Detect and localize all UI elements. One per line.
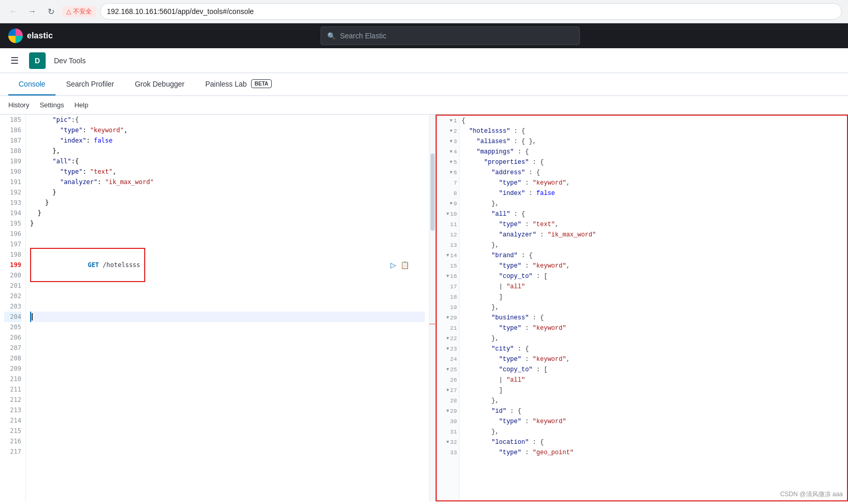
code-line-209 — [30, 363, 425, 374]
resp-line-15: "type" : "keyword", — [462, 261, 845, 271]
resp-line-22: }, — [462, 333, 845, 344]
toolbar: History Settings Help — [0, 96, 848, 115]
line-numbers: 185 186 187 188 189 190 191 192 193 194 … — [0, 115, 26, 501]
browser-chrome: ← → ↻ △ 不安全 192.168.10.161:5601/app/dev_… — [0, 0, 848, 23]
resp-line-1: { — [462, 116, 845, 126]
hamburger-menu[interactable]: ☰ — [8, 53, 21, 68]
code-line-186: "type": "keyword", — [30, 125, 425, 135]
back-button[interactable]: ← — [6, 4, 21, 19]
code-line-193: } — [30, 198, 425, 208]
fold-arrow-5[interactable]: ▼ — [450, 157, 452, 167]
kibana-search-placeholder: Search Elastic — [340, 32, 386, 40]
elastic-logo[interactable]: elastic — [8, 29, 53, 43]
code-line-201 — [30, 281, 425, 291]
settings-button[interactable]: Settings — [39, 99, 64, 111]
code-line-204[interactable] — [30, 312, 425, 322]
fold-arrow-29[interactable]: ▼ — [446, 406, 449, 416]
address-text: 192.168.10.161:5601/app/dev_tools#/conso… — [107, 7, 835, 16]
browser-toolbar: ← → ↻ △ 不安全 192.168.10.161:5601/app/dev_… — [0, 0, 848, 23]
code-line-188: }, — [30, 146, 425, 156]
code-area[interactable]: "pic":{ "type": "keyword", "index": fals… — [26, 115, 429, 501]
fold-arrow-2[interactable]: ▼ — [450, 126, 452, 136]
resp-line-28: }, — [462, 396, 845, 406]
copy-request-button[interactable]: 📋 — [400, 261, 409, 269]
fold-arrow-9[interactable]: ▼ — [450, 199, 452, 209]
security-warning[interactable]: △ 不安全 — [62, 6, 96, 17]
code-line-206 — [30, 332, 425, 343]
code-line-215 — [30, 426, 425, 436]
address-bar[interactable]: 192.168.10.161:5601/app/dev_tools#/conso… — [100, 3, 842, 20]
resp-line-26: | "all" — [462, 375, 845, 385]
tab-grok-debugger[interactable]: Grok Debugger — [124, 74, 195, 95]
history-button[interactable]: History — [8, 99, 29, 111]
tab-console[interactable]: Console — [8, 74, 55, 95]
fold-arrow-10[interactable]: ▼ — [446, 209, 449, 219]
run-request-button[interactable]: ▷ — [391, 261, 396, 269]
fold-arrow-25[interactable]: ▼ — [446, 365, 449, 375]
code-line-194: } — [30, 208, 425, 218]
code-line-192: } — [30, 187, 425, 198]
resp-line-2: "hotelssss" : { — [462, 126, 845, 136]
fold-arrow-3[interactable]: ▼ — [450, 136, 452, 147]
response-line-numbers: ▼1 ▼2 ▼3 ▼4 ▼5 ▼6 7 8 ▼9 ▼10 11 12 13 ▼1… — [437, 116, 460, 500]
tabs-bar: Console Search Profiler Grok Debugger Pa… — [0, 73, 848, 96]
tab-search-profiler[interactable]: Search Profiler — [55, 74, 124, 95]
fold-arrow-20[interactable]: ▼ — [446, 313, 449, 323]
fold-arrow-16[interactable]: ▼ — [446, 271, 449, 282]
app-icon: D — [29, 52, 46, 69]
resp-line-4: "mappings" : { — [462, 147, 845, 157]
resp-line-21: "type" : "keyword" — [462, 323, 845, 333]
help-button[interactable]: Help — [74, 99, 88, 111]
response-code-area: { "hotelssss" : { "aliases" : { }, "mapp… — [460, 116, 847, 500]
fold-arrow-14[interactable]: ▼ — [446, 250, 449, 261]
warning-icon: △ — [66, 8, 71, 15]
forward-button[interactable]: → — [25, 4, 39, 19]
editor-area[interactable]: 185 186 187 188 189 190 191 192 193 194 … — [0, 115, 435, 501]
response-content: ▼1 ▼2 ▼3 ▼4 ▼5 ▼6 7 8 ▼9 ▼10 11 12 13 ▼1… — [437, 116, 847, 500]
beta-badge: BETA — [251, 79, 272, 88]
code-line-195: } — [30, 218, 425, 229]
code-line-216 — [30, 436, 425, 446]
main-content: 185 186 187 188 189 190 191 192 193 194 … — [0, 115, 848, 501]
search-icon: 🔍 — [327, 32, 336, 40]
resp-line-25: "copy_to" : [ — [462, 365, 845, 375]
fold-arrow-4[interactable]: ▼ — [450, 147, 452, 157]
code-line-205 — [30, 322, 425, 332]
resp-line-19: }, — [462, 302, 845, 313]
fold-arrow-22[interactable]: ▼ — [446, 333, 449, 344]
code-line-207 — [30, 343, 425, 353]
resp-line-20: "business" : { — [462, 313, 845, 323]
code-line-190: "type": "text", — [30, 166, 425, 177]
editor-scrollbar-thumb[interactable] — [430, 153, 435, 231]
resp-line-3: "aliases" : { }, — [462, 136, 845, 147]
resp-line-32: "location" : { — [462, 437, 845, 447]
tab-console-label: Console — [19, 80, 45, 88]
resp-line-16: "copy_to" : [ — [462, 271, 845, 282]
code-line-191: "analyzer": "ik_max_word" — [30, 177, 425, 187]
security-text: 不安全 — [73, 7, 92, 16]
resp-line-10: "all" : { — [462, 209, 845, 219]
refresh-button[interactable]: ↻ — [44, 4, 58, 19]
app-title: Dev Tools — [54, 57, 86, 65]
resp-line-18: ] — [462, 292, 845, 302]
code-line-199: GET /hotelssss ▷ 📋 — [30, 260, 425, 270]
resp-line-14: "brand" : { — [462, 250, 845, 261]
fold-arrow-32[interactable]: ▼ — [446, 437, 449, 447]
kibana-search-bar[interactable]: 🔍 Search Elastic — [321, 26, 580, 45]
editor-panel[interactable]: 185 186 187 188 189 190 191 192 193 194 … — [0, 115, 436, 501]
tab-grok-debugger-label: Grok Debugger — [135, 80, 185, 88]
fold-arrow-23[interactable]: ▼ — [446, 344, 449, 354]
fold-arrow-1[interactable]: ▼ — [450, 116, 452, 126]
fold-arrow-27[interactable]: ▼ — [446, 385, 449, 396]
code-line-217 — [30, 446, 425, 457]
resp-line-13: }, — [462, 240, 845, 250]
resp-line-31: }, — [462, 427, 845, 437]
resp-line-17: | "all" — [462, 282, 845, 292]
watermark: CSDN @清风微凉 aaa — [780, 490, 843, 499]
code-line-187: "index": false — [30, 135, 425, 146]
resp-line-8: "index" : false — [462, 188, 845, 199]
code-line-196 — [30, 229, 425, 239]
tab-painless-lab[interactable]: Painless Lab BETA — [195, 73, 283, 95]
fold-arrow-6[interactable]: ▼ — [450, 167, 452, 178]
editor-scrollbar[interactable] — [429, 115, 435, 501]
